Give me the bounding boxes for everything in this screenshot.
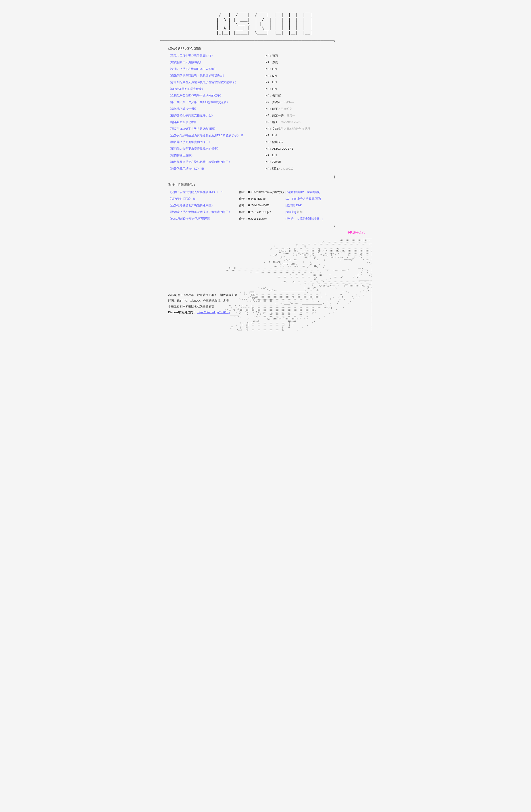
work-kp: KP：文茄先生／天地明絶寺·文武茄 <box>266 127 310 131</box>
work-row: 《螺旋創豪與大海賊時代》KP：赤流 <box>168 60 363 64</box>
translation-author: 作者：◆c4jamEIeac <box>239 197 285 201</box>
translation-title: 《亞魯歐好像是地方馬娘的練馬師》 <box>168 203 239 207</box>
work-kp: KP：LIN <box>266 133 277 137</box>
work-kp: KP：LIN <box>266 81 277 84</box>
r18-mark: ※ <box>200 167 204 170</box>
frame-bottom: └───────────────────────────────────────… <box>159 226 372 229</box>
translation-author: 作者：◆uTi5mKIV6rpm (小梅太夫) <box>239 190 285 194</box>
discord-text-3: 各種生吞劇本和難以名狀的投骰姿勢 <box>168 304 252 309</box>
work-title-link[interactable]: 《凜與地下城 第一季》 <box>168 107 198 111</box>
work-title: 《彭哥列兄弟在大海賊時代似乎在當冒險家(?)的樣子》 <box>168 81 266 84</box>
frame-top: ┌───────────────────────────────────────… <box>159 39 372 42</box>
r18-mark: ※ <box>240 134 244 137</box>
work-row: 《RE:從頭開始的零之使魔》KP：LIN <box>168 87 363 91</box>
work-kp: KP：LIN <box>266 74 277 78</box>
translation-title-link[interactable]: 《愛德蒙似乎在大海賊時代成為了復仇者的樣子》 <box>168 210 232 214</box>
work-row: 《泉此方似乎想在戰國日本出人頭地》KP：LIN <box>168 67 363 71</box>
work-kp: KP：LIN <box>266 154 277 157</box>
work-title-link[interactable]: 《譚复生alter似乎在异世界拯救祖国》 <box>168 127 217 130</box>
r18-mark: ※ <box>219 190 223 194</box>
work-title: 《凜與地下城 第一季》 <box>168 107 266 111</box>
work-title: 《病嬌們的戀愛頭腦戰－我想讓她對我告白》 <box>168 74 266 78</box>
translation-row: 《我的安科學院r》 ※作者：◆c4jamEIeac[12 P的上升方法真簡單啊] <box>168 197 363 201</box>
work-title-link[interactable]: 《梅普露似乎要蒐集寶物的樣子》 <box>168 140 211 144</box>
translation-title-link[interactable]: 《我的安科學院r》 <box>168 197 192 200</box>
completed-works-list: 《異說．亞種中聖杯戰爭異聞 I／II》KP：剪刀《螺旋創豪與大海賊時代》KP：赤… <box>168 54 363 171</box>
work-kp-alias: ／KyChen <box>281 101 294 104</box>
work-title: 《錫洺哈拉風雲 序曲》 <box>168 120 266 124</box>
translation-title-link[interactable]: 《FGO原創從者歷史傳承再現記》 <box>168 217 212 220</box>
work-title: 《泉此方似乎想在戰國日本出人頭地》 <box>168 67 266 71</box>
work-title-link[interactable]: 《RE:從頭開始的零之使魔》 <box>168 87 205 90</box>
work-title: 《螺旋創豪與大海賊時代》 <box>168 60 266 64</box>
work-title-link[interactable]: 《彭哥列兄弟在大海賊時代似乎在當冒險家(?)的樣子》 <box>168 81 238 84</box>
work-row: 《病嬌們的戀愛頭腦戰－我想讓她對我告白》KP：LIN <box>168 74 363 78</box>
work-kp: KP：虛子／GodAfterSeven <box>266 120 300 124</box>
work-title-link[interactable]: 《錫洺哈拉風雲 序曲》 <box>168 120 198 124</box>
work-row: 《彭哥列兄弟在大海賊時代似乎在當冒險家(?)的樣子》KP：LIN <box>168 81 363 84</box>
work-title: 《蘿莉仙人似乎要來靈靈島觀光的樣子》 <box>168 147 266 151</box>
work-kp-alias: ／GodAfterSeven <box>278 120 300 124</box>
work-kp: KP：石破鋼 <box>266 160 281 164</box>
work-title-link[interactable]: 《亞魯夫似乎轉生成為黃油遊戲的反派DLC角色的樣子》 <box>168 134 240 137</box>
translation-note[interactable]: [奇妙的共鬪12 - 戰後處理4] <box>285 190 320 194</box>
translation-title-link[interactable]: 《亞魯歐好像是地方馬娘的練馬師》 <box>168 204 214 207</box>
work-title: 《異說．亞種中聖杯戰爭異聞 I／II》 <box>168 54 266 58</box>
translation-title: 《我的安科學院r》 ※ <box>168 197 239 201</box>
work-title-link[interactable]: 《德齊魯歐似乎想要支援魔法少女》 <box>168 114 214 117</box>
translation-note[interactable]: [第4話 人必定會消滅怪異！] <box>285 217 323 221</box>
work-title: 《無盡的戰鬥塔Ver 4.0》 ※ <box>168 167 266 171</box>
discord-text-2: 開團、跑TRPG、討論AA、分享咕咕心得、表演 <box>168 298 252 304</box>
work-kp-alias: ／黃粱一 <box>284 114 295 117</box>
translation-row: 《愛德蒙似乎在大海賊時代成為了復仇者的樣子》作者：◆2sRGUbBO9j2n[第… <box>168 210 363 214</box>
ascii-logo: ___ ____ ____ __ __ __ / | / | / | | | |… <box>159 9 372 35</box>
work-row: 《怠惰杯國王遊戲》KP：LIN <box>168 154 363 157</box>
work-title-link[interactable]: 《第一屆／第二屆／第三屆AA同好棒球交流賽》 <box>168 101 230 104</box>
work-row: 《錫洺哈拉風雲 序曲》KP：虛子／GodAfterSeven <box>168 120 363 124</box>
work-row: 《德齊魯歐似乎想要支援魔法少女》KP：高粱一夢／黃粱一 <box>168 114 363 118</box>
translation-title: 《FGO原創從者歷史傳承再現記》 <box>168 217 239 221</box>
work-kp: KP：高粱一夢／黃粱一 <box>266 114 295 118</box>
translation-title-link[interactable]: 《安價／安科決定的克蘇魯神話TRPG》 <box>168 190 219 194</box>
work-title: 《御板美琴似乎要在聖杯戰爭中為愛而戰的樣子》 <box>168 160 266 164</box>
translation-author: 作者：◆xqs6E2kxUA <box>239 217 285 221</box>
frame-mid: ├───────────────────────────────────────… <box>159 176 372 178</box>
work-row: 《譚复生alter似乎在异世界拯救祖国》KP：文茄先生／天地明絶寺·文武茄 <box>168 127 363 131</box>
work-title-link[interactable]: 《怠惰杯國王遊戲》 <box>168 154 194 157</box>
ascii-art: _______ ,.::´::::::::::::::::`::..、 ,.::… <box>159 237 372 331</box>
translation-title: 《愛德蒙似乎在大海賊時代成為了復仇者的樣子》 <box>168 210 239 214</box>
work-title-link[interactable]: 《螺旋創豪與大海賊時代》 <box>168 61 203 64</box>
work-title-link[interactable]: 《泉此方似乎想在戰國日本出人頭地》 <box>168 67 217 71</box>
work-title-link[interactable]: 《蘿莉仙人似乎要來靈靈島觀光的樣子》 <box>168 147 220 150</box>
work-title-link[interactable]: 《御板美琴似乎要在聖杯戰爭中為愛而戰的樣子》 <box>168 160 232 164</box>
translation-works-list: 《安價／安科決定的克蘇魯神話TRPG》 ※作者：◆uTi5mKIV6rpm (小… <box>168 190 363 221</box>
translation-note[interactable]: [第35話] 初翻 <box>285 210 303 214</box>
translation-note[interactable]: [愛知篇 15-9] <box>285 203 302 207</box>
translation-note[interactable]: [12 P的上升方法真簡單啊] <box>285 197 321 201</box>
work-title-link[interactable]: 《病嬌們的戀愛頭腦戰－我想讓她對我告白》 <box>168 74 226 77</box>
work-kp-alias: ／qazoo012 <box>278 167 293 170</box>
work-kp-alias: ／天地明絶寺·文武茄 <box>284 127 310 130</box>
translation-extra: 初翻 <box>296 210 303 214</box>
work-kp: KP：深潛者／KyChen <box>266 100 294 104</box>
translation-section-title: 進行中的翻譯作品： <box>168 183 363 187</box>
work-kp: KP：剪刀 <box>266 54 278 58</box>
work-kp: KP：梅特羅 <box>266 93 281 98</box>
completed-section-title: 已完結的AA安科/安價團： <box>168 46 363 50</box>
work-kp-alias: ／王者帕茲 <box>278 107 292 111</box>
work-kp: KP：醬油／qazoo012 <box>266 167 293 171</box>
work-title-link[interactable]: 《亡蝶似乎要在聖杯戰爭中追求光的樣子》 <box>168 94 223 97</box>
translation-row: 《FGO原創從者歷史傳承再現記》作者：◆xqs6E2kxUA[第4話 人必定會消… <box>168 217 363 221</box>
work-kp: KP：LIN <box>266 67 277 71</box>
work-row: 《梅普露似乎要蒐集寶物的樣子》KP：藍風天澄 <box>168 140 363 144</box>
discord-link[interactable]: https://discord.gg/SbtPdry <box>197 310 230 314</box>
work-row: 《亡蝶似乎要在聖杯戰爭中追求光的樣子》KP：梅特羅 <box>168 93 363 98</box>
work-title: 《亡蝶似乎要在聖杯戰爭中追求光的樣子》 <box>168 93 266 98</box>
work-title-link[interactable]: 《無盡的戰鬥塔Ver 4.0》 <box>168 167 200 170</box>
work-title-link[interactable]: 《異說．亞種中聖杯戰爭異聞 I／II》 <box>168 54 215 57</box>
work-title: 《梅普露似乎要蒐集寶物的樣子》 <box>168 140 266 144</box>
work-kp: KP：AKIKO LOVERS <box>266 147 293 151</box>
translation-author: 作者：◆r7VaLNsuQ4Ei <box>239 203 285 207</box>
work-title: 《怠惰杯國王遊戲》 <box>168 154 266 157</box>
work-kp: KP：藍風天澄 <box>266 140 284 144</box>
